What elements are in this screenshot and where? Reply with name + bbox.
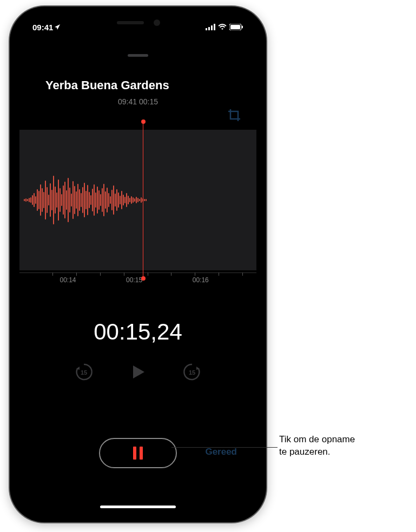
skip-back-15-button[interactable]: 15 <box>74 362 94 382</box>
status-right <box>206 24 243 30</box>
svg-rect-5 <box>230 25 240 29</box>
done-button[interactable]: Gereed <box>205 447 237 457</box>
skip-forward-15-button[interactable]: 15 <box>182 362 202 382</box>
crop-icon[interactable] <box>227 108 241 122</box>
phone-screen: 09:41 <box>19 16 256 513</box>
tick-label: 00:15 <box>126 276 142 284</box>
battery-icon <box>229 24 243 30</box>
timer-display: 00:15,24 <box>19 319 256 345</box>
wifi-icon <box>218 24 227 30</box>
status-left: 09:41 <box>32 23 61 32</box>
tick-label: 00:14 <box>60 276 76 284</box>
tick-label: 00:16 <box>193 276 209 284</box>
waveform-container[interactable] <box>19 130 256 270</box>
phone-frame: 09:41 <box>10 6 266 522</box>
recording-meta: 09:41 00:15 <box>19 97 256 106</box>
waveform <box>19 165 147 235</box>
location-services-icon <box>54 24 61 30</box>
callout-text: Tik om de opname te pauzeren. <box>279 434 355 458</box>
home-indicator[interactable] <box>100 506 176 508</box>
recording-title[interactable]: Yerba Buena Gardens <box>45 78 169 92</box>
svg-text:15: 15 <box>81 369 87 376</box>
status-time: 09:41 <box>32 23 53 32</box>
svg-rect-2 <box>211 25 213 30</box>
playhead[interactable] <box>143 122 144 278</box>
playback-controls: 15 15 <box>19 362 256 382</box>
cellular-signal-icon <box>206 24 215 30</box>
pause-record-button[interactable] <box>99 438 177 468</box>
sheet-grabber[interactable] <box>128 54 148 57</box>
play-button[interactable] <box>128 362 148 382</box>
svg-text:15: 15 <box>189 369 195 376</box>
recording-duration: 00:15 <box>139 97 158 106</box>
svg-rect-0 <box>206 28 207 30</box>
pause-icon <box>133 447 143 460</box>
svg-rect-6 <box>242 26 243 29</box>
voice-memos-app: Yerba Buena Gardens 09:41 00:15 <box>19 16 256 513</box>
recording-timestamp: 09:41 <box>118 97 137 106</box>
svg-rect-3 <box>214 24 215 30</box>
callout-line <box>171 447 278 448</box>
svg-rect-1 <box>208 27 210 30</box>
notch <box>87 16 189 32</box>
timeline-ticks: 00:14 00:15 00:16 <box>19 272 256 290</box>
